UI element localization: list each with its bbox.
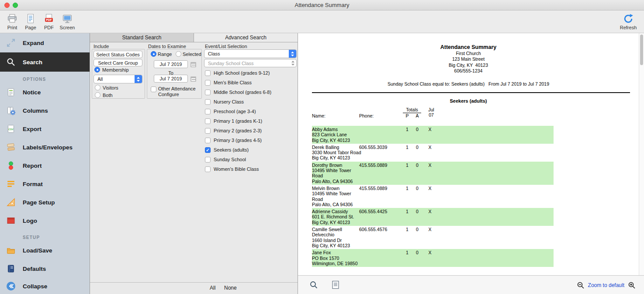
class-list-item[interactable]: Women's Bible Class: [205, 164, 296, 174]
class-checkbox[interactable]: [205, 147, 211, 153]
report-present-count: 1: [404, 186, 411, 191]
sidebar-item-load-save[interactable]: Load/Save: [0, 241, 90, 259]
tab-standard-search[interactable]: Standard Search: [90, 33, 194, 42]
zoom-in-icon[interactable]: [627, 281, 636, 290]
class-list-item[interactable]: Nursery Class: [205, 97, 296, 107]
report-header: Attendance Summary First Church 123 Main…: [298, 45, 639, 74]
report-absent-count: 0: [414, 145, 421, 150]
membership-radio[interactable]: [94, 67, 100, 73]
date-column-month: Jul: [426, 107, 436, 112]
screen-button[interactable]: Screen: [59, 13, 75, 30]
class-list-item[interactable]: Primary 3 (grades 4-5): [205, 135, 296, 145]
page-button[interactable]: Page: [23, 13, 38, 30]
class-list-item[interactable]: Men's Bible Class: [205, 78, 296, 87]
other-attendance-checkbox[interactable]: [151, 86, 156, 92]
dropdown-arrows-icon: [289, 50, 296, 58]
svg-text:PDF: PDF: [46, 18, 52, 21]
window-title: Attendance Summary: [294, 2, 349, 8]
sidebar-item-page-setup[interactable]: Page Setup: [0, 193, 90, 211]
from-date-input[interactable]: Jul 7 2019: [154, 60, 188, 68]
zoom-to-default-link[interactable]: Zoom to default: [588, 282, 624, 288]
configure-link[interactable]: Configure: [158, 92, 196, 97]
both-radio[interactable]: [95, 92, 100, 98]
notice-icon: [5, 86, 17, 98]
sidebar-item-columns[interactable]: Columns: [0, 101, 90, 120]
class-list-item[interactable]: Middle School (grades 6-8): [205, 87, 296, 97]
magnifier-icon[interactable]: [309, 280, 318, 289]
refresh-icon: [623, 13, 634, 24]
sidebar-item-expand[interactable]: Expand: [0, 33, 90, 52]
report-present-count: 1: [404, 163, 411, 168]
class-list-item[interactable]: Primary 2 (grades 2-3): [205, 126, 296, 135]
close-button[interactable]: [4, 3, 10, 8]
zoom-out-icon[interactable]: [576, 281, 585, 290]
to-date-input[interactable]: Jul 7 2019: [154, 75, 188, 83]
report-row: Camille Sewell Delvecchio 1660 Island Dr…: [312, 226, 554, 249]
vertical-scrollbar[interactable]: [639, 33, 644, 275]
sidebar-item-collapse[interactable]: Collapse: [0, 278, 90, 294]
class-checkbox[interactable]: [205, 138, 211, 143]
sidebar-item-search[interactable]: Search: [0, 52, 90, 72]
date-picker-icon[interactable]: [190, 62, 196, 67]
report-group-title: Seekers (adults): [298, 98, 639, 104]
select-none-button[interactable]: None: [224, 285, 237, 291]
class-checkbox[interactable]: [205, 128, 211, 134]
select-care-group-button[interactable]: Select Care Group: [93, 59, 142, 66]
refresh-label: Refresh: [620, 25, 637, 30]
event-subtype-dropdown[interactable]: Sunday School Class: [204, 59, 297, 67]
report-row: Melvin Brown 10495 White Tower Road Palo…: [312, 185, 554, 208]
visitors-radio[interactable]: [95, 85, 100, 90]
print-button[interactable]: Print: [4, 13, 20, 30]
sidebar-item-export[interactable]: CSV Export: [0, 120, 90, 138]
class-checkbox[interactable]: [205, 90, 211, 95]
class-list-item[interactable]: Sunday School: [205, 155, 296, 164]
class-list-item[interactable]: Preschool (age 3-4): [205, 107, 296, 116]
class-checkbox[interactable]: [205, 157, 211, 163]
report-address-line2: Big City, KY 40123: [298, 62, 639, 69]
class-list-item[interactable]: High School (grades 9-12): [205, 68, 296, 78]
membership-type-dropdown[interactable]: All: [93, 75, 142, 83]
sidebar-label-notice: Notice: [23, 89, 41, 96]
select-all-button[interactable]: All: [210, 285, 215, 291]
sidebar-item-labels-envelopes[interactable]: Labels/Envelopes: [0, 138, 90, 156]
report-phone: 606.555.4425: [359, 209, 387, 214]
class-list-item[interactable]: Seekers (adults): [205, 145, 296, 155]
zoom-button[interactable]: [13, 3, 18, 8]
other-attendance-label: Other Attendance Configure: [158, 86, 196, 97]
selected-radio[interactable]: [176, 51, 181, 57]
class-list-item[interactable]: Primary 1 (grades K-1): [205, 116, 296, 126]
class-checkbox[interactable]: [205, 166, 211, 172]
dates-header: Dates to Examine: [148, 44, 186, 49]
class-checkbox[interactable]: [205, 70, 211, 76]
sidebar-item-format[interactable]: Format: [0, 175, 90, 193]
sidebar-item-defaults[interactable]: Defaults: [0, 259, 90, 278]
class-label: High School (grades 9-12): [214, 70, 270, 76]
report-name-address: Abby Adams 823 Carrick Lane Big City, KY…: [312, 127, 554, 143]
report-attendance-mark: X: [427, 209, 433, 214]
pdf-button[interactable]: PDF PDF: [41, 13, 57, 30]
class-checkbox[interactable]: [205, 99, 211, 105]
range-radio[interactable]: [151, 51, 156, 57]
event-type-dropdown[interactable]: Class: [204, 49, 297, 58]
select-status-codes-button[interactable]: Select Status Codes: [93, 51, 142, 58]
report-row: Abby Adams 823 Carrick Lane Big City, KY…: [312, 126, 554, 144]
date-picker-icon[interactable]: [190, 76, 196, 82]
sidebar-item-logo[interactable]: Logo: [0, 211, 90, 230]
membership-type-value: All: [94, 76, 135, 82]
class-label: Primary 1 (grades K-1): [214, 118, 262, 124]
class-checkbox[interactable]: [205, 109, 211, 114]
page-view-icon[interactable]: [331, 280, 340, 289]
report-bottom-bar: Zoom to default: [298, 275, 644, 294]
refresh-button[interactable]: Refresh: [617, 13, 640, 30]
scrollbar-thumb[interactable]: [640, 35, 643, 65]
totals-column-header: Totals: [403, 107, 421, 113]
class-checkbox[interactable]: [205, 80, 211, 86]
sidebar-label-labels-envelopes: Labels/Envelopes: [23, 144, 73, 151]
class-list: High School (grades 9-12) Men's Bible Cl…: [205, 68, 296, 174]
report-address-line1: 123 Main Street: [298, 56, 639, 62]
sidebar-item-report[interactable]: Report: [0, 156, 90, 175]
class-checkbox[interactable]: [205, 118, 211, 124]
tab-advanced-search[interactable]: Advanced Search: [194, 33, 298, 42]
sidebar-item-notice[interactable]: Notice: [0, 83, 90, 101]
report-preview-panel: Attendance Summary First Church 123 Main…: [298, 33, 644, 294]
